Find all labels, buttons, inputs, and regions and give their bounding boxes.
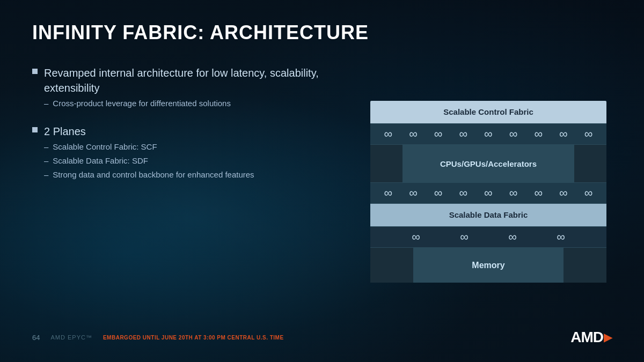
- mem-block-right: [564, 248, 606, 283]
- memory-label: Memory: [472, 261, 504, 270]
- footer-left: 64 AMD EPYC™ EMBARGOED UNTIL JUNE 20TH A…: [32, 334, 284, 342]
- sub-bullet-2-2: Scalable Data Fabric: SDF: [44, 155, 343, 166]
- bullet-main-text-1: Revamped internal architecture for low l…: [44, 65, 343, 95]
- connector-row-small: ∞ ∞ ∞ ∞: [370, 226, 606, 248]
- cpu-block-right: [574, 145, 606, 182]
- infinity-1: ∞: [384, 128, 392, 140]
- infinity-9: ∞: [584, 128, 593, 140]
- infinity-4: ∞: [459, 128, 467, 140]
- slide-container: INFINITY FABRIC: ARCHITECTURE Revamped i…: [0, 0, 644, 362]
- infinity-7: ∞: [534, 128, 543, 140]
- infinity-m6: ∞: [509, 187, 518, 199]
- cpu-center: CPUs/GPUs/Accelerators: [402, 145, 574, 182]
- infinity-3: ∞: [434, 128, 443, 140]
- right-panel: Scalable Control Fabric ∞ ∞ ∞ ∞ ∞ ∞ ∞ ∞ …: [365, 60, 612, 323]
- slide-title: INFINITY FABRIC: ARCHITECTURE: [32, 21, 612, 44]
- bullet-main-1: Revamped internal architecture for low l…: [32, 65, 343, 95]
- infinity-2: ∞: [409, 128, 418, 140]
- infinity-m7: ∞: [534, 187, 543, 199]
- sub-bullet-1-1: Cross-product leverage for differentiate…: [44, 98, 343, 109]
- infinity-s4: ∞: [557, 231, 565, 243]
- bullet-section-1: Revamped internal architecture for low l…: [32, 65, 343, 109]
- page-number: 64: [32, 334, 40, 342]
- amd-logo-text: AMD: [570, 329, 603, 346]
- connector-row-middle: ∞ ∞ ∞ ∞ ∞ ∞ ∞ ∞ ∞: [370, 182, 606, 204]
- bullet-main-text-2: 2 Planes: [44, 124, 86, 139]
- infinity-6: ∞: [509, 128, 518, 140]
- infinity-m2: ∞: [409, 187, 418, 199]
- infinity-8: ∞: [559, 128, 568, 140]
- sub-bullets-2: Scalable Control Fabric: SCF Scalable Da…: [44, 141, 343, 180]
- bullet-square-1: [32, 69, 38, 74]
- infinity-m9: ∞: [584, 187, 593, 199]
- left-panel: Revamped internal architecture for low l…: [32, 60, 343, 323]
- cpu-block-left: [370, 145, 402, 182]
- cpu-label: CPUs/GPUs/Accelerators: [440, 159, 537, 168]
- sub-bullet-2-1: Scalable Control Fabric: SCF: [44, 141, 343, 152]
- bullet-main-2: 2 Planes: [32, 124, 343, 139]
- infinity-5: ∞: [484, 128, 493, 140]
- mem-block-left: [370, 248, 413, 283]
- infinity-m5: ∞: [484, 187, 493, 199]
- connector-row-top: ∞ ∞ ∞ ∞ ∞ ∞ ∞ ∞ ∞: [370, 123, 606, 145]
- sub-bullet-2-3: Strong data and control backbone for enh…: [44, 169, 343, 180]
- amd-logo: AMD ▶: [570, 329, 612, 346]
- scf-layer: Scalable Control Fabric: [370, 101, 606, 123]
- footer-company: AMD EPYC™: [50, 334, 92, 341]
- footer-embargoed: EMBARGOED UNTIL JUNE 20TH AT 3:00 PM CEN…: [103, 335, 284, 341]
- sdf-label: Scalable Data Fabric: [449, 210, 528, 219]
- infinity-s1: ∞: [412, 231, 420, 243]
- footer: 64 AMD EPYC™ EMBARGOED UNTIL JUNE 20TH A…: [32, 323, 612, 346]
- amd-logo-arrow: ▶: [604, 331, 612, 344]
- mem-center: Memory: [413, 248, 564, 283]
- bullet-square-2: [32, 127, 38, 132]
- memory-layer: Memory: [370, 248, 606, 283]
- infinity-m1: ∞: [384, 187, 392, 199]
- infinity-m3: ∞: [434, 187, 443, 199]
- sub-bullets-1: Cross-product leverage for differentiate…: [44, 98, 343, 109]
- infinity-s3: ∞: [508, 231, 517, 243]
- infinity-s2: ∞: [460, 231, 469, 243]
- content-area: Revamped internal architecture for low l…: [32, 60, 612, 323]
- scf-label: Scalable Control Fabric: [443, 107, 533, 116]
- architecture-diagram: Scalable Control Fabric ∞ ∞ ∞ ∞ ∞ ∞ ∞ ∞ …: [370, 101, 606, 283]
- infinity-m8: ∞: [559, 187, 568, 199]
- sdf-layer: Scalable Data Fabric: [370, 204, 606, 226]
- infinity-m4: ∞: [459, 187, 467, 199]
- cpu-layer: CPUs/GPUs/Accelerators: [370, 145, 606, 182]
- bullet-section-2: 2 Planes Scalable Control Fabric: SCF Sc…: [32, 124, 343, 180]
